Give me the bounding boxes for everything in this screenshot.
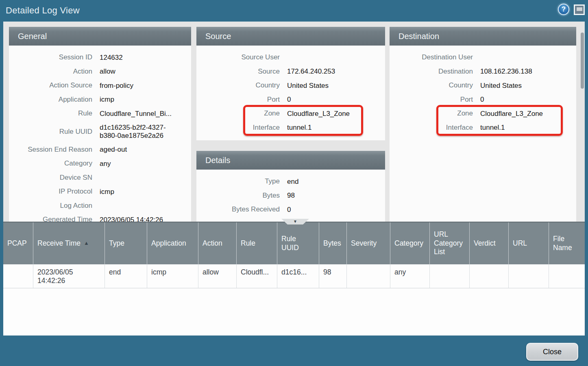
field-interface: Interfacetunnel.1 xyxy=(390,121,576,135)
cell-file-name xyxy=(549,264,585,288)
field-generated-time: Generated Time2023/06/05 14:42:26 xyxy=(9,213,191,222)
panel-destination-header: Destination xyxy=(390,27,576,46)
column-header-rule[interactable]: Rule xyxy=(237,222,277,264)
panel-title: Destination xyxy=(399,32,439,41)
field-category: Categoryany xyxy=(9,157,191,171)
panel-title: Details xyxy=(205,156,230,165)
column-header-action[interactable]: Action xyxy=(198,222,237,264)
panel-title: General xyxy=(18,32,47,41)
cell-type: end xyxy=(105,264,147,288)
field-rule-uuid: Rule UUIDd1c16235-b2f2-4327-b380-0ae1875… xyxy=(9,121,191,143)
chevron-down-icon: ▼ xyxy=(293,220,297,224)
window-glyph xyxy=(577,7,582,11)
field-action-source: Action Sourcefrom-policy xyxy=(9,78,191,93)
dialog-content: General Session ID124632 Actionallow Act… xyxy=(3,22,585,222)
column-header-rule-uuid[interactable]: Rule UUID xyxy=(277,222,319,264)
field-device-sn: Device SN xyxy=(9,171,191,185)
field-port: Port0 xyxy=(390,93,576,107)
column-header-application[interactable]: Application xyxy=(147,222,198,264)
field-application: Applicationicmp xyxy=(9,93,191,107)
help-icon[interactable]: ? xyxy=(558,4,569,15)
dialog-title: Detailed Log View xyxy=(6,5,80,16)
cell-application: icmp xyxy=(147,264,198,288)
field-zone: ZoneCloudflare_L3_Zone xyxy=(390,107,576,121)
column-header-severity[interactable]: Severity xyxy=(347,222,390,264)
field-bytes-received: Bytes Received0 xyxy=(196,203,385,217)
window-icon[interactable] xyxy=(574,4,585,15)
panel-destination: Destination Destination User Destination… xyxy=(390,27,576,222)
detailed-log-view-dialog: Detailed Log View ? General Session ID12… xyxy=(0,0,588,366)
column-header-type[interactable]: Type xyxy=(105,222,147,264)
column-header-file-name[interactable]: File Name xyxy=(549,222,585,264)
panel-title: Source xyxy=(205,32,231,41)
field-session-end-reason: Session End Reasonaged-out xyxy=(9,143,191,157)
panel-destination-body: Destination User Destination108.162.236.… xyxy=(390,46,576,135)
column-header-url-category-list[interactable]: URL Category List xyxy=(430,222,470,264)
cell-verdict xyxy=(470,264,509,288)
column-header-receive-time[interactable]: Receive Time▲ xyxy=(33,222,105,264)
cell-url xyxy=(509,264,549,288)
panel-source: Source Source User Source172.64.240.253 … xyxy=(196,27,385,140)
field-port: Port0 xyxy=(196,93,385,107)
field-interface: Interfacetunnel.1 xyxy=(196,121,385,135)
field-bytes: Bytes98 xyxy=(196,189,385,203)
panel-details-body: Typeend Bytes98 Bytes Received0 xyxy=(196,170,385,217)
panel-general-header: General xyxy=(9,27,191,46)
field-destination-user: Destination User xyxy=(390,50,576,65)
close-button[interactable]: Close xyxy=(526,343,578,361)
column-header-bytes[interactable]: Bytes xyxy=(319,222,347,264)
sort-ascending-icon: ▲ xyxy=(84,240,89,246)
vertical-scrollbar-thumb[interactable] xyxy=(581,33,584,89)
panel-details: Details Typeend Bytes98 Bytes Received0 xyxy=(196,151,385,222)
field-session-id: Session ID124632 xyxy=(9,50,191,65)
panel-general: General Session ID124632 Actionallow Act… xyxy=(9,27,191,222)
field-log-action: Log Action xyxy=(9,199,191,213)
column-header-category[interactable]: Category xyxy=(390,222,430,264)
cell-rule-uuid: d1c16... xyxy=(277,264,319,288)
help-glyph: ? xyxy=(562,5,566,13)
cell-receive-time: 2023/06/05 14:42:26 xyxy=(33,264,105,288)
cell-action: allow xyxy=(198,264,237,288)
field-zone: ZoneCloudflare_L3_Zone xyxy=(196,107,385,121)
panel-general-body: Session ID124632 Actionallow Action Sour… xyxy=(9,46,191,222)
cell-rule: Cloudfl... xyxy=(237,264,277,288)
log-table: PCAP Receive Time▲ Type Application Acti… xyxy=(3,222,585,336)
cell-category: any xyxy=(390,264,430,288)
column-header-url[interactable]: URL xyxy=(509,222,549,264)
cell-url-category-list xyxy=(430,264,470,288)
dialog-title-bar: Detailed Log View ? xyxy=(0,0,588,22)
dialog-footer: Close xyxy=(0,336,588,366)
cell-bytes: 98 xyxy=(319,264,347,288)
panel-source-header: Source xyxy=(196,27,385,46)
column-header-pcap[interactable]: PCAP xyxy=(3,222,33,264)
column-header-verdict[interactable]: Verdict xyxy=(470,222,509,264)
field-country: CountryUnited States xyxy=(390,78,576,93)
cell-pcap xyxy=(3,264,33,288)
field-rule: RuleCloudflare_Tunnel_Bi... xyxy=(9,107,191,121)
table-row[interactable]: 2023/06/05 14:42:26 end icmp allow Cloud… xyxy=(3,264,585,288)
log-table-header: PCAP Receive Time▲ Type Application Acti… xyxy=(3,222,585,264)
panel-details-header: Details xyxy=(196,151,385,170)
field-ip-protocol: IP Protocolicmp xyxy=(9,185,191,199)
panel-source-body: Source User Source172.64.240.253 Country… xyxy=(196,46,385,135)
field-destination: Destination108.162.236.138 xyxy=(390,65,576,79)
field-action: Actionallow xyxy=(9,65,191,79)
field-source: Source172.64.240.253 xyxy=(196,65,385,79)
field-country: CountryUnited States xyxy=(196,78,385,93)
field-type: Typeend xyxy=(196,174,385,189)
cell-severity xyxy=(347,264,390,288)
field-source-user: Source User xyxy=(196,50,385,65)
